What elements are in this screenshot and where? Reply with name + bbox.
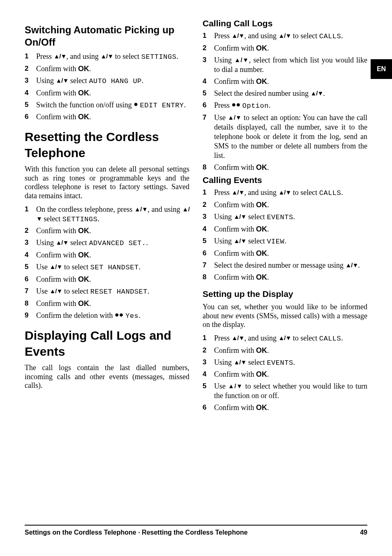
step: Press ▲/▼, and using ▲/▼ to select SETTI… [25, 52, 189, 62]
nav-icon: ▲/▼ [278, 32, 291, 39]
step: Using ▲/▼, select from which list you wo… [203, 56, 367, 74]
ok-key: OK [78, 299, 89, 308]
nav-icon: ▲/▼ [234, 359, 247, 366]
heading-logs-events: Displaying Call Logs and Events [25, 328, 189, 359]
nav-icon: ▲/▼ [54, 53, 67, 60]
step: Confirm with OK. [25, 88, 189, 98]
step: Select the desired number or message usi… [203, 261, 367, 270]
nav-icon: ▲/▼ [234, 56, 249, 63]
step: Confirm with OK. [203, 370, 367, 379]
nav-icon: ▲/▼ [228, 114, 241, 121]
step: Using ▲/▼ select ADVANCED SET.. [25, 238, 189, 248]
nav-icon: ▲/▼ [134, 206, 148, 213]
ok-key: OK [78, 65, 89, 73]
ok-key: OK [256, 249, 267, 257]
intro-logs-events: The call logs contain the last dialled n… [25, 364, 189, 390]
step: Confirm with OK. [203, 403, 367, 412]
step: Using ▲/▼ select EVENTS. [203, 358, 367, 368]
ok-key: OK [256, 44, 267, 52]
softkey-icon: ●● [232, 100, 241, 109]
heading-calling-events: Calling Events [203, 175, 367, 185]
nav-icon: ▲/▼ [232, 32, 244, 39]
content-columns: Switching Automatic Picking up On/Off Pr… [25, 18, 367, 412]
step: Confirm with OK. [25, 226, 189, 236]
menu-item: Option [242, 102, 269, 110]
ok-key: OK [78, 275, 89, 283]
step: Confirm with OK. [203, 225, 367, 234]
step: Use ▲/▼ to select whether you would like… [203, 382, 367, 401]
step: Use ▲/▼ to select RESET HANDSET. [25, 287, 189, 297]
menu-item: CALLS [319, 335, 341, 343]
page: EN Switching Automatic Picking up On/Off… [0, 0, 392, 556]
step: Using ▲/▼ select EVENTS. [203, 212, 367, 222]
nav-icon: ▲/▼ [100, 53, 113, 60]
step: Press ▲/▼, and using ▲/▼ to select CALLS… [203, 188, 367, 198]
step: Using ▲/▼ select VIEW. [203, 236, 367, 246]
menu-item: CALLS [319, 32, 341, 40]
step: Confirm with OK. [203, 273, 367, 282]
step: Confirm with OK. [203, 200, 367, 210]
softkey-icon: ● [134, 100, 138, 108]
ok-key: OK [256, 346, 267, 354]
step: Confirm with OK. [203, 77, 367, 86]
step: Using ▲/▼ select AUTO HANG UP. [25, 76, 189, 86]
heading-auto-pickup: Switching Automatic Picking up On/Off [25, 24, 189, 49]
menu-item: ADVANCED SET. [89, 239, 146, 247]
step: Confirm with OK. [203, 44, 367, 53]
nav-icon: ▲/▼ [234, 213, 247, 220]
step: Use ▲/▼ to select SET HANDSET. [25, 262, 189, 272]
step: Confirm with OK. [25, 250, 189, 260]
steps-setting-display: Press ▲/▼, and using ▲/▼ to select CALLS… [203, 334, 367, 413]
heading-call-logs: Calling Call Logs [203, 18, 367, 29]
step: Confirm with OK. [203, 346, 367, 355]
ok-key: OK [256, 370, 267, 378]
menu-item: EVENTS [267, 213, 293, 221]
menu-item: EVENTS [267, 359, 293, 367]
step: Confirm with OK. [203, 163, 367, 172]
step: Confirm with OK. [25, 299, 189, 308]
menu-item: SET HANDSET [90, 264, 139, 271]
softkey-icon: ●● [115, 310, 124, 319]
menu-item: AUTO HANG UP [89, 77, 141, 85]
menu-item: VIEW [267, 238, 284, 246]
step: Confirm with OK. [25, 275, 189, 284]
section-auto-pickup: Switching Automatic Picking up On/Off Pr… [25, 24, 189, 122]
menu-item: SETTINGS [141, 53, 177, 61]
nav-icon: ▲/▼ [50, 263, 62, 270]
nav-icon: ▲/▼ [50, 287, 62, 294]
step: Press ●● Option. [203, 101, 367, 111]
ok-key: OK [78, 89, 89, 97]
ok-key: OK [256, 273, 267, 281]
ok-key: OK [78, 251, 89, 259]
section-call-logs: Calling Call Logs Press ▲/▼, and using ▲… [203, 18, 367, 172]
step: On the cordless telephone, press ▲/▼, an… [25, 205, 189, 224]
nav-icon: ▲/▼ [56, 239, 69, 246]
steps-calling-events: Press ▲/▼, and using ▲/▼ to select CALLS… [203, 188, 367, 282]
step: Press ▲/▼, and using ▲/▼ to select CALLS… [203, 334, 367, 343]
heading-setting-display: Setting up the Display [203, 289, 367, 299]
nav-icon: ▲/▼ [278, 334, 291, 341]
page-footer: Settings on the Cordless Telephone · Res… [25, 525, 367, 536]
heading-reset: Resetting the Cordless Telephone [25, 129, 189, 161]
nav-icon: ▲/▼ [232, 334, 244, 341]
section-reset: Resetting the Cordless Telephone With th… [25, 129, 189, 320]
ok-key: OK [256, 403, 267, 412]
section-setting-display: Setting up the Display You can set, whet… [203, 289, 367, 413]
menu-item: RESET HANDSET [90, 288, 148, 296]
steps-call-logs: Press ▲/▼, and using ▲/▼ to select CALLS… [203, 31, 367, 172]
ok-key: OK [256, 77, 267, 86]
nav-icon: ▲/▼ [310, 90, 323, 97]
ok-key: OK [78, 227, 89, 235]
footer-breadcrumb: Settings on the Cordless Telephone · Res… [25, 529, 248, 536]
ok-key: OK [256, 201, 267, 209]
menu-item: SETTINGS [62, 215, 98, 223]
step: Confirm the deletion with ●● Yes. [25, 311, 189, 321]
steps-reset: On the cordless telephone, press ▲/▼, an… [25, 205, 189, 321]
ok-key: OK [78, 113, 89, 121]
step: Confirm with OK. [203, 249, 367, 258]
nav-icon: ▲/▼ [56, 77, 69, 84]
menu-item: CALLS [319, 189, 341, 197]
step: Switch the function on/off using ● EDIT … [25, 100, 189, 110]
nav-icon: ▲/▼ [232, 189, 244, 196]
menu-item: Yes [125, 312, 138, 320]
